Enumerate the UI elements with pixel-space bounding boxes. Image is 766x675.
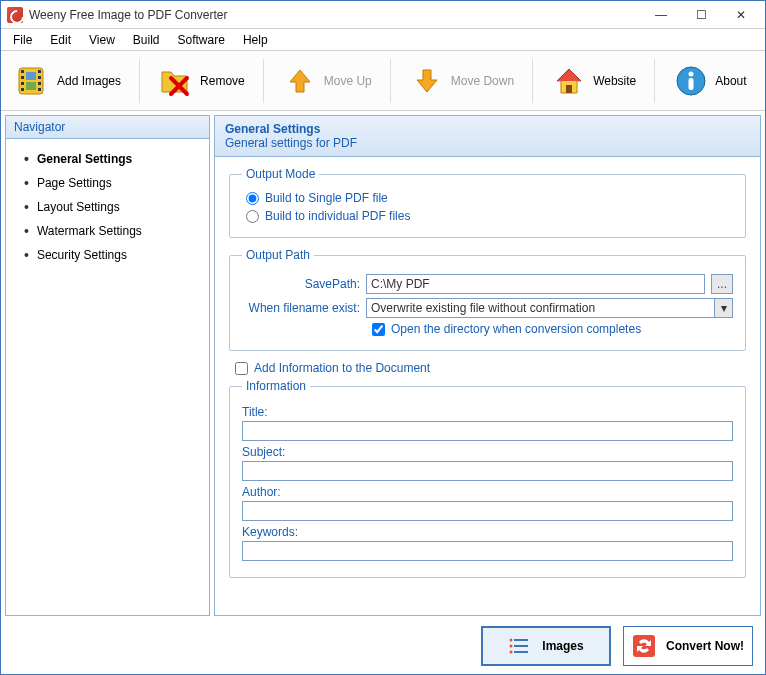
radio-individual-pdf[interactable]: Build to individual PDF files <box>242 207 733 225</box>
svg-rect-11 <box>566 85 572 93</box>
sidebar-item-security[interactable]: Security Settings <box>6 243 209 267</box>
toolbar: Add Images Remove Move Up Move Down Webs… <box>1 51 765 111</box>
output-mode-group: Output Mode Build to Single PDF file Bui… <box>229 167 746 238</box>
savepath-label: SavePath: <box>242 277 360 291</box>
title-input[interactable] <box>242 421 733 441</box>
add-info-label: Add Information to the Document <box>254 361 430 375</box>
separator <box>532 59 533 103</box>
radio-individual-pdf-input[interactable] <box>246 210 259 223</box>
move-down-button[interactable]: Move Down <box>401 59 522 103</box>
radio-single-pdf-input[interactable] <box>246 192 259 205</box>
svg-point-13 <box>689 71 694 76</box>
move-up-button[interactable]: Move Up <box>274 59 380 103</box>
output-mode-legend: Output Mode <box>242 167 319 181</box>
menu-software[interactable]: Software <box>170 31 233 49</box>
keywords-label: Keywords: <box>242 525 733 539</box>
menu-file[interactable]: File <box>5 31 40 49</box>
svg-rect-2 <box>21 76 24 79</box>
arrow-up-icon <box>282 63 318 99</box>
svg-rect-8 <box>38 88 41 91</box>
svg-rect-17 <box>514 651 528 653</box>
app-icon <box>7 7 23 23</box>
svg-rect-7 <box>38 82 41 85</box>
move-down-label: Move Down <box>451 74 514 88</box>
menu-edit[interactable]: Edit <box>42 31 79 49</box>
move-up-label: Move Up <box>324 74 372 88</box>
subject-input[interactable] <box>242 461 733 481</box>
website-button[interactable]: Website <box>543 59 644 103</box>
arrow-down-icon <box>409 63 445 99</box>
footer: Images Convert Now! <box>1 618 765 674</box>
svg-rect-6 <box>38 76 41 79</box>
browse-button[interactable]: ... <box>711 274 733 294</box>
convert-button[interactable]: Convert Now! <box>623 626 753 666</box>
page-title: General Settings <box>225 122 750 136</box>
svg-rect-3 <box>21 82 24 85</box>
subject-label: Subject: <box>242 445 733 459</box>
menu-help[interactable]: Help <box>235 31 276 49</box>
svg-rect-5 <box>38 70 41 73</box>
separator <box>139 59 140 103</box>
separator <box>654 59 655 103</box>
sidebar-item-page[interactable]: Page Settings <box>6 171 209 195</box>
svg-rect-10 <box>26 82 36 90</box>
navigator-header: Navigator <box>6 116 209 139</box>
minimize-button[interactable]: — <box>641 4 681 26</box>
svg-rect-9 <box>26 72 36 80</box>
window-title: Weeny Free Image to PDF Converter <box>29 8 641 22</box>
list-icon <box>508 634 532 658</box>
main-panel: General Settings General settings for PD… <box>214 115 761 616</box>
images-button[interactable]: Images <box>481 626 611 666</box>
add-images-button[interactable]: Add Images <box>7 59 129 103</box>
main-header: General Settings General settings for PD… <box>215 116 760 157</box>
open-directory-label: Open the directory when conversion compl… <box>391 322 641 336</box>
navigator-list: General Settings Page Settings Layout Se… <box>6 139 209 275</box>
remove-label: Remove <box>200 74 245 88</box>
keywords-input[interactable] <box>242 541 733 561</box>
output-path-group: Output Path SavePath: ... When filename … <box>229 248 746 351</box>
author-input[interactable] <box>242 501 733 521</box>
menubar: File Edit View Build Software Help <box>1 29 765 51</box>
svg-rect-16 <box>514 645 528 647</box>
convert-icon <box>632 634 656 658</box>
about-label: About <box>715 74 746 88</box>
menu-build[interactable]: Build <box>125 31 168 49</box>
information-legend: Information <box>242 379 310 393</box>
sidebar-item-layout[interactable]: Layout Settings <box>6 195 209 219</box>
add-images-label: Add Images <box>57 74 121 88</box>
title-label: Title: <box>242 405 733 419</box>
window-controls: — ☐ ✕ <box>641 4 761 26</box>
remove-button[interactable]: Remove <box>150 59 253 103</box>
separator <box>390 59 391 103</box>
author-label: Author: <box>242 485 733 499</box>
menu-view[interactable]: View <box>81 31 123 49</box>
sidebar: Navigator General Settings Page Settings… <box>5 115 210 616</box>
savepath-input[interactable] <box>366 274 705 294</box>
output-path-legend: Output Path <box>242 248 314 262</box>
svg-point-19 <box>510 645 513 648</box>
svg-rect-4 <box>21 88 24 91</box>
main-body: Output Mode Build to Single PDF file Bui… <box>215 157 760 615</box>
sidebar-item-watermark[interactable]: Watermark Settings <box>6 219 209 243</box>
svg-rect-15 <box>514 639 528 641</box>
info-icon <box>673 63 709 99</box>
radio-single-pdf[interactable]: Build to Single PDF file <box>242 189 733 207</box>
about-button[interactable]: About <box>665 59 754 103</box>
sidebar-item-general[interactable]: General Settings <box>6 147 209 171</box>
content-area: Navigator General Settings Page Settings… <box>1 111 765 618</box>
open-directory-checkbox[interactable] <box>372 323 385 336</box>
filename-exist-label: When filename exist: <box>242 301 360 315</box>
film-icon <box>15 63 51 99</box>
svg-rect-21 <box>633 635 655 657</box>
page-subtitle: General settings for PDF <box>225 136 750 150</box>
home-icon <box>551 63 587 99</box>
information-group: Information Title: Subject: Author: Keyw… <box>229 379 746 578</box>
add-info-checkbox[interactable] <box>235 362 248 375</box>
separator <box>263 59 264 103</box>
close-button[interactable]: ✕ <box>721 4 761 26</box>
images-button-label: Images <box>542 639 583 653</box>
filename-exist-select[interactable]: Overwrite existing file without confirma… <box>366 298 733 318</box>
svg-rect-1 <box>21 70 24 73</box>
svg-rect-14 <box>689 78 694 90</box>
maximize-button[interactable]: ☐ <box>681 4 721 26</box>
